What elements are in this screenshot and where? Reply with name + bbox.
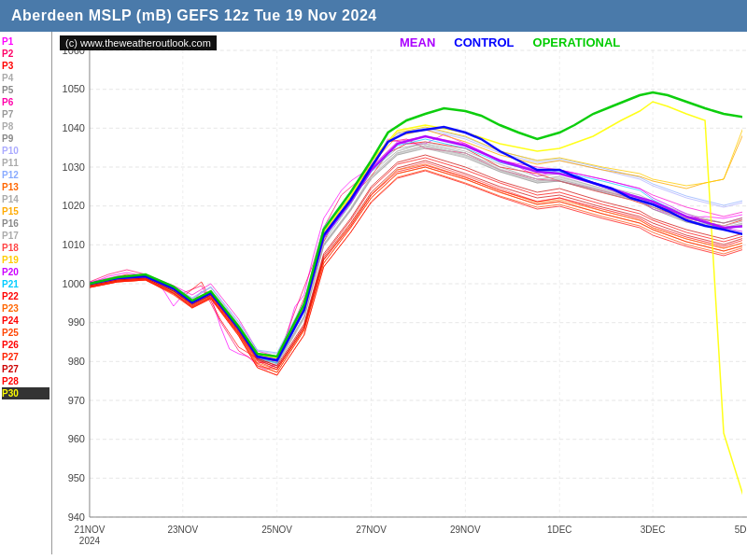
legend-p12: P12 [2, 169, 49, 181]
legend-p19: P19 [2, 254, 49, 266]
svg-text:21NOV: 21NOV [75, 525, 106, 535]
svg-text:1020: 1020 [63, 200, 85, 211]
legend-p26: P26 [2, 339, 49, 351]
legend-p27a: P27 [2, 351, 49, 363]
legend-p16: P16 [2, 217, 49, 230]
svg-text:980: 980 [68, 356, 85, 367]
chart-area: (c) www.theweatheroutlook.com MEAN CONTR… [51, 32, 747, 554]
legend-p8: P8 [2, 120, 49, 133]
legend-p24: P24 [2, 315, 49, 327]
svg-text:25NOV: 25NOV [261, 525, 292, 535]
legend-p13: P13 [2, 181, 49, 193]
svg-text:23NOV: 23NOV [167, 525, 198, 535]
svg-text:29NOV: 29NOV [450, 525, 481, 535]
legend-p3: P3 [2, 60, 49, 72]
legend-p1: P1 [2, 35, 49, 48]
svg-text:1050: 1050 [63, 83, 85, 94]
mean-label: MEAN [400, 35, 435, 49]
svg-text:5DEC: 5DEC [735, 525, 747, 535]
main-chart-svg: 1060 1050 1040 1030 1020 1010 1000 990 9 [52, 32, 747, 554]
svg-text:970: 970 [68, 395, 85, 406]
operational-label: OPERATIONAL [533, 35, 621, 49]
legend-panel: P1 P2 P3 P4 P5 P6 P7 P8 P9 P10 P11 P12 P… [0, 32, 51, 554]
legend-p9: P9 [2, 133, 49, 145]
svg-text:940: 940 [68, 511, 85, 523]
legend-p27b: P27 [2, 363, 49, 375]
legend-p21: P21 [2, 278, 49, 290]
legend-p25: P25 [2, 327, 49, 339]
legend-p18: P18 [2, 242, 49, 254]
legend-p10: P10 [2, 145, 49, 157]
svg-text:950: 950 [68, 472, 85, 483]
svg-text:990: 990 [68, 316, 85, 328]
legend-p6: P6 [2, 96, 49, 108]
svg-text:1010: 1010 [63, 239, 85, 250]
header-title: Aberdeen MSLP (mB) GEFS 12z Tue 19 Nov 2… [11, 7, 377, 23]
header: Aberdeen MSLP (mB) GEFS 12z Tue 19 Nov 2… [0, 0, 747, 32]
svg-text:3DEC: 3DEC [641, 525, 666, 535]
ensemble-lines [90, 92, 747, 508]
svg-text:1000: 1000 [63, 278, 85, 289]
legend-p17: P17 [2, 230, 49, 242]
svg-text:960: 960 [68, 433, 85, 444]
legend-p14: P14 [2, 193, 49, 205]
svg-text:2024: 2024 [79, 536, 101, 546]
legend-p7: P7 [2, 108, 49, 120]
control-label: CONTROL [454, 35, 514, 49]
legend-p2: P2 [2, 48, 49, 60]
legend-p28: P28 [2, 375, 49, 387]
svg-text:1DEC: 1DEC [547, 525, 572, 535]
legend-p4: P4 [2, 72, 49, 84]
legend-p23: P23 [2, 302, 49, 315]
legend-p30: P30 [2, 387, 49, 399]
svg-text:27NOV: 27NOV [356, 525, 387, 535]
svg-text:1040: 1040 [63, 122, 85, 133]
chart-legend-row: MEAN CONTROL OPERATIONAL [400, 35, 620, 49]
legend-p11: P11 [2, 157, 49, 169]
legend-p15: P15 [2, 205, 49, 217]
svg-text:1030: 1030 [63, 161, 85, 173]
legend-p20: P20 [2, 266, 49, 278]
legend-p22: P22 [2, 290, 49, 302]
watermark: (c) www.theweatheroutlook.com [60, 35, 217, 50]
legend-p5: P5 [2, 84, 49, 96]
